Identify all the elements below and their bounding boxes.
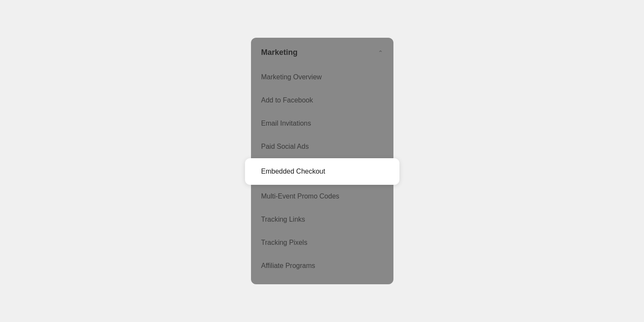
- sidebar-item-paid-social-ads[interactable]: Paid Social Ads: [251, 135, 393, 158]
- chevron-up-icon: ⌃: [378, 49, 383, 56]
- menu-header: Marketing ⌃: [251, 38, 393, 66]
- sidebar-item-add-to-facebook[interactable]: Add to Facebook: [251, 89, 393, 112]
- sidebar-item-email-invitations[interactable]: Email Invitations: [251, 112, 393, 135]
- marketing-menu: Marketing ⌃ Marketing OverviewAdd to Fac…: [251, 38, 393, 284]
- sidebar-item-marketing-overview[interactable]: Marketing Overview: [251, 66, 393, 89]
- sidebar-item-tracking-pixels[interactable]: Tracking Pixels: [251, 231, 393, 254]
- menu-title: Marketing: [261, 48, 298, 57]
- menu-items-list: Marketing OverviewAdd to FacebookEmail I…: [251, 66, 393, 284]
- sidebar-item-affiliate-programs[interactable]: Affiliate Programs: [251, 254, 393, 277]
- sidebar-item-tracking-links[interactable]: Tracking Links: [251, 208, 393, 231]
- sidebar-item-embedded-checkout[interactable]: Embedded Checkout: [245, 158, 399, 185]
- sidebar-item-multi-event-promo-codes[interactable]: Multi-Event Promo Codes: [251, 185, 393, 208]
